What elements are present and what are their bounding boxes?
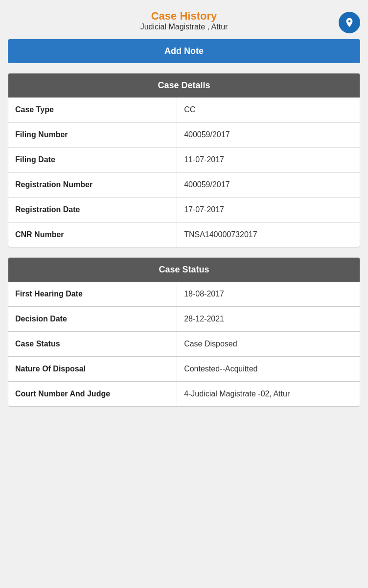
location-button[interactable] [339, 12, 360, 33]
location-pin-icon [344, 17, 355, 28]
page-title: Case History [8, 10, 360, 23]
row-label: Nature Of Disposal [8, 357, 177, 382]
table-row: Nature Of Disposal Contested--Acquitted [8, 357, 360, 382]
row-value: Contested--Acquitted [177, 357, 360, 382]
table-row: Case Status Case Disposed [8, 332, 360, 357]
row-label: Court Number And Judge [8, 382, 177, 407]
row-value: 28-12-2021 [177, 307, 360, 332]
table-row: Registration Date 17-07-2017 [8, 197, 360, 222]
table-row: Filing Date 11-07-2017 [8, 147, 360, 172]
row-label: First Hearing Date [8, 282, 177, 307]
table-row: Registration Number 400059/2017 [8, 172, 360, 197]
row-label: CNR Number [8, 222, 177, 247]
page-subtitle: Judicial Magistrate , Attur [8, 23, 360, 31]
row-label: Decision Date [8, 307, 177, 332]
row-value: 4-Judicial Magistrate -02, Attur [177, 382, 360, 407]
table-row: Court Number And Judge 4-Judicial Magist… [8, 382, 360, 407]
add-note-button[interactable]: Add Note [8, 39, 360, 63]
page-header: Case History Judicial Magistrate , Attur [8, 10, 360, 31]
row-label: Registration Date [8, 197, 177, 222]
row-value: 400059/2017 [177, 172, 360, 197]
table-row: CNR Number TNSA140000732017 [8, 222, 360, 247]
case-status-table: First Hearing Date 18-08-2017 Decision D… [8, 282, 360, 406]
case-details-table: Case Type CC Filing Number 400059/2017 F… [8, 98, 360, 247]
row-value: 400059/2017 [177, 122, 360, 147]
case-details-card: Case Details Case Type CC Filing Number … [8, 73, 360, 247]
case-status-header: Case Status [8, 258, 360, 282]
row-value: CC [177, 98, 360, 122]
row-label: Registration Number [8, 172, 177, 197]
row-value: Case Disposed [177, 332, 360, 357]
table-row: Filing Number 400059/2017 [8, 122, 360, 147]
row-label: Case Status [8, 332, 177, 357]
row-label: Filing Number [8, 122, 177, 147]
table-row: Decision Date 28-12-2021 [8, 307, 360, 332]
row-value: 17-07-2017 [177, 197, 360, 222]
row-value: 18-08-2017 [177, 282, 360, 307]
row-value: 11-07-2017 [177, 147, 360, 172]
row-label: Case Type [8, 98, 177, 122]
table-row: First Hearing Date 18-08-2017 [8, 282, 360, 307]
row-value: TNSA140000732017 [177, 222, 360, 247]
case-details-header: Case Details [8, 74, 360, 98]
row-label: Filing Date [8, 147, 177, 172]
case-status-card: Case Status First Hearing Date 18-08-201… [8, 257, 360, 407]
table-row: Case Type CC [8, 98, 360, 122]
